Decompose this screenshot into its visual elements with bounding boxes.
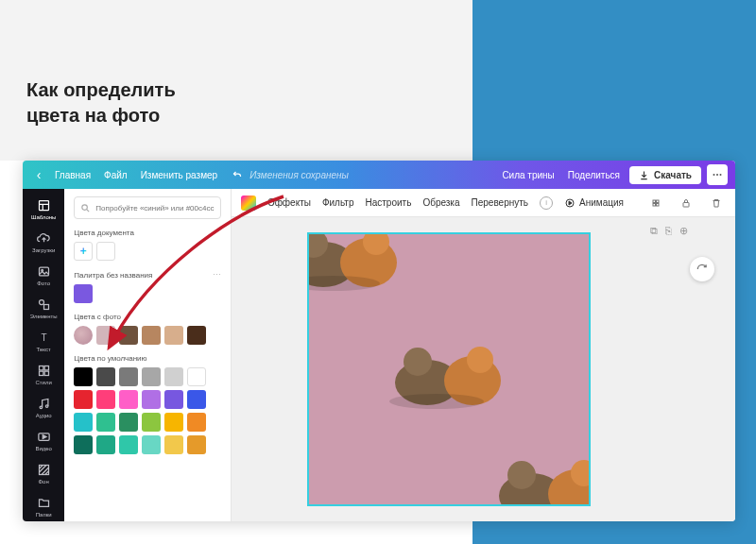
- toolbar-crop[interactable]: Обрезка: [422, 197, 459, 208]
- menu-home[interactable]: Главная: [55, 170, 91, 180]
- image-swatch-icon[interactable]: [241, 196, 256, 211]
- search-input[interactable]: [95, 204, 215, 212]
- toolbar-adjust[interactable]: Настроить: [366, 197, 412, 208]
- color-swatch[interactable]: [142, 413, 161, 432]
- color-swatch[interactable]: [74, 326, 93, 345]
- undo-icon[interactable]: [231, 168, 244, 181]
- download-button[interactable]: Скачать: [629, 166, 701, 184]
- color-swatch[interactable]: [142, 326, 161, 345]
- svg-rect-14: [44, 371, 48, 375]
- svg-rect-3: [39, 201, 48, 211]
- topbar: Главная Файл Изменить размер Изменения с…: [23, 161, 735, 189]
- color-swatch[interactable]: [187, 390, 206, 409]
- color-swatch[interactable]: [164, 390, 183, 409]
- dots-horizontal-icon: [712, 169, 723, 180]
- color-swatch[interactable]: [96, 413, 115, 432]
- toolbar-filter[interactable]: Фильтр: [322, 197, 354, 208]
- color-swatch[interactable]: [187, 413, 206, 432]
- uploads-icon: [37, 231, 51, 246]
- color-swatch[interactable]: [96, 326, 115, 345]
- rail-photos[interactable]: Фото: [23, 261, 64, 291]
- rail-video[interactable]: Видео: [23, 425, 64, 455]
- rail-label: Видео: [35, 446, 52, 451]
- color-swatch[interactable]: [119, 390, 138, 409]
- color-swatch[interactable]: [164, 326, 183, 345]
- svg-point-8: [39, 300, 43, 305]
- artboard[interactable]: [307, 232, 591, 506]
- rail-text[interactable]: T Текст: [23, 327, 64, 357]
- canvas-body[interactable]: ⧉ ⎘ ⊕: [232, 217, 735, 521]
- svg-line-25: [87, 209, 89, 211]
- menu-resize[interactable]: Изменить размер: [141, 170, 217, 180]
- toolbar-animation[interactable]: Анимация: [564, 197, 624, 209]
- reset-button[interactable]: [690, 257, 714, 281]
- color-swatch[interactable]: [96, 390, 115, 409]
- rail-background[interactable]: Фон: [23, 458, 64, 488]
- color-swatch[interactable]: [187, 367, 206, 386]
- animation-icon: [564, 197, 576, 209]
- color-swatch[interactable]: [164, 367, 183, 386]
- color-swatch[interactable]: [119, 435, 138, 454]
- rail-folders[interactable]: Папки: [23, 491, 64, 521]
- empty-swatch[interactable]: [96, 242, 115, 261]
- team-name[interactable]: Сила трины: [502, 170, 554, 180]
- duplicate-page-icon[interactable]: ⎘: [665, 225, 672, 237]
- photo-icon: [37, 264, 51, 279]
- color-swatch[interactable]: [96, 435, 115, 454]
- rail-label: Загрузки: [32, 247, 55, 253]
- folder-icon: [37, 496, 51, 510]
- section-title: Палитра без названия: [74, 271, 152, 280]
- toolbar-flip[interactable]: Перевернуть: [472, 197, 529, 208]
- svg-rect-12: [44, 366, 48, 369]
- rail-label: Текст: [37, 347, 51, 352]
- rail-templates[interactable]: Шаблоны: [23, 195, 64, 225]
- color-swatch[interactable]: [74, 413, 93, 432]
- rail-elements[interactable]: Элементы: [23, 294, 64, 324]
- delete-button[interactable]: [707, 194, 726, 212]
- color-swatch[interactable]: [96, 367, 115, 386]
- color-swatch[interactable]: [74, 390, 93, 409]
- add-color-button[interactable]: +: [74, 242, 93, 261]
- color-swatch[interactable]: [164, 413, 183, 432]
- color-swatch[interactable]: [187, 435, 206, 454]
- info-icon[interactable]: i: [540, 196, 553, 210]
- audio-icon: [37, 397, 51, 411]
- toolbar-effects[interactable]: Эффекты: [267, 197, 310, 208]
- color-swatch[interactable]: [142, 435, 161, 454]
- copy-page-icon[interactable]: ⧉: [650, 225, 658, 237]
- color-swatch[interactable]: [142, 367, 161, 386]
- add-page-icon[interactable]: ⊕: [679, 225, 688, 237]
- section-title: Цвета документа: [74, 229, 134, 237]
- rail-uploads[interactable]: Загрузки: [23, 228, 64, 258]
- color-swatch[interactable]: [187, 326, 206, 345]
- svg-point-41: [467, 347, 493, 373]
- color-search[interactable]: [74, 196, 221, 219]
- color-swatch[interactable]: [119, 326, 138, 345]
- page-tools: ⧉ ⎘ ⊕: [650, 225, 688, 237]
- color-swatch[interactable]: [119, 413, 138, 432]
- rail-styles[interactable]: Стили: [23, 360, 64, 390]
- lock-button[interactable]: [677, 194, 696, 212]
- color-swatch[interactable]: [164, 435, 183, 454]
- section-menu[interactable]: ⋯: [213, 270, 221, 280]
- left-rail: Шаблоны Загрузки Фото Элементы T Текст С…: [23, 189, 64, 521]
- section-photo-colors: Цвета с фото: [74, 313, 221, 345]
- rail-audio[interactable]: Аудио: [23, 392, 64, 422]
- color-swatch[interactable]: [74, 284, 93, 303]
- svg-marker-18: [43, 434, 46, 438]
- svg-point-24: [82, 204, 88, 210]
- svg-rect-29: [657, 200, 660, 203]
- color-swatch[interactable]: [74, 435, 93, 454]
- video-icon: [37, 430, 51, 444]
- color-swatch[interactable]: [142, 390, 161, 409]
- title-line-2: цвета на фото: [26, 103, 176, 128]
- menu-file[interactable]: Файл: [104, 170, 128, 180]
- share-button[interactable]: Поделиться: [568, 170, 620, 180]
- back-button[interactable]: [30, 166, 47, 183]
- more-button[interactable]: [707, 164, 728, 185]
- position-button[interactable]: [646, 194, 665, 212]
- svg-point-15: [40, 406, 43, 409]
- color-swatch[interactable]: [74, 367, 93, 386]
- color-swatch[interactable]: [119, 367, 138, 386]
- rail-label: Шаблоны: [31, 214, 57, 220]
